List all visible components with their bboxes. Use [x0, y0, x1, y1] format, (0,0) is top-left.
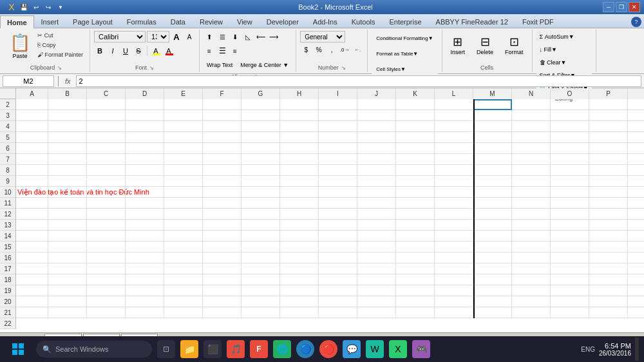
decrease-decimal-btn[interactable]: ←.: [352, 44, 363, 55]
strikethrough-btn[interactable]: S: [133, 45, 144, 57]
cell-H2[interactable]: [280, 99, 319, 110]
cell-P2[interactable]: [589, 99, 628, 110]
cell-A10[interactable]: Viện đào tạo kế toán và tin học Đức Minh: [16, 187, 48, 198]
clear-btn[interactable]: 🗑 Clear▼: [536, 57, 592, 68]
row-header-17[interactable]: 17: [0, 263, 15, 274]
row-header-20[interactable]: 20: [0, 296, 15, 307]
cell-A3[interactable]: [16, 110, 48, 121]
col-header-G[interactable]: G: [242, 88, 280, 99]
app-icon-4[interactable]: 🌐: [273, 340, 291, 358]
redo-quick-btn[interactable]: ↪: [43, 2, 53, 12]
font-dialog-btn[interactable]: ↘: [149, 65, 154, 71]
dollar-btn[interactable]: $: [300, 44, 312, 55]
align-left-btn[interactable]: ≡: [204, 45, 215, 57]
row-header-3[interactable]: 3: [0, 110, 15, 121]
tab-view[interactable]: View: [230, 15, 260, 28]
italic-btn[interactable]: I: [107, 45, 118, 57]
start-button[interactable]: [5, 338, 31, 361]
format-as-table-btn[interactable]: Format as Table▼: [372, 46, 437, 61]
row-header-12[interactable]: 12: [0, 209, 15, 220]
app-icon-1[interactable]: ⬛: [204, 340, 222, 358]
font-color-btn[interactable]: A: [163, 45, 175, 57]
increase-decimal-btn[interactable]: .0→: [339, 44, 350, 55]
col-header-A[interactable]: A: [16, 88, 48, 99]
close-btn[interactable]: ✕: [629, 2, 640, 12]
tab-foxit[interactable]: Foxit PDF: [515, 15, 561, 28]
col-header-D[interactable]: D: [126, 88, 164, 99]
indent-right-btn[interactable]: ⟶: [268, 31, 279, 43]
font-name-select[interactable]: Calibri: [94, 31, 146, 43]
col-header-P[interactable]: P: [589, 88, 628, 99]
comma-btn[interactable]: ,: [326, 44, 337, 55]
cell-K2[interactable]: [396, 99, 435, 110]
restore-btn[interactable]: ❐: [616, 2, 627, 12]
number-format-select[interactable]: General: [300, 31, 345, 43]
cell-F2[interactable]: [203, 99, 242, 110]
align-top-btn[interactable]: ⬆: [204, 31, 215, 43]
paste-btn[interactable]: 📋 Paste: [6, 31, 33, 61]
app-icon-2[interactable]: 🎵: [227, 340, 245, 358]
app-icon-3[interactable]: F: [250, 340, 268, 358]
tab-add-ins[interactable]: Add-Ins: [306, 15, 345, 28]
row-header-9[interactable]: 9: [0, 176, 15, 187]
format-btn[interactable]: ⊡ Format: [500, 31, 528, 59]
minimize-btn[interactable]: ─: [603, 2, 614, 12]
cell-N2[interactable]: [512, 99, 551, 110]
tab-formulas[interactable]: Formulas: [120, 15, 164, 28]
col-header-K[interactable]: K: [396, 88, 435, 99]
cut-btn[interactable]: ✂ Cut: [35, 31, 86, 40]
row-header-14[interactable]: 14: [0, 231, 15, 242]
fill-color-btn[interactable]: A: [150, 45, 162, 57]
cell-M2[interactable]: [473, 99, 512, 110]
copy-btn[interactable]: ⎘ Copy: [35, 41, 86, 50]
row-header-15[interactable]: 15: [0, 242, 15, 252]
align-bottom-btn[interactable]: ⬇: [229, 31, 241, 43]
app-icon-7[interactable]: 💬: [343, 340, 361, 358]
merge-center-btn[interactable]: Merge & Center ▼: [237, 59, 292, 71]
row-header-21[interactable]: 21: [0, 307, 15, 318]
col-header-C[interactable]: C: [87, 88, 126, 99]
app-icon-8[interactable]: W: [366, 340, 384, 358]
row-header-6[interactable]: 6: [0, 143, 15, 154]
col-header-N[interactable]: N: [512, 88, 551, 99]
corner-cell[interactable]: [0, 88, 16, 99]
increase-font-btn[interactable]: A: [171, 31, 182, 43]
app-icon-5[interactable]: 🔵: [296, 340, 314, 358]
row-header-8[interactable]: 8: [0, 165, 15, 176]
col-header-I[interactable]: I: [319, 88, 357, 99]
autosum-btn[interactable]: Σ AutoSum▼: [536, 31, 592, 43]
row-header-11[interactable]: 11: [0, 198, 15, 209]
underline-btn[interactable]: U: [120, 45, 131, 57]
tab-review[interactable]: Review: [193, 15, 230, 28]
tab-abbyy[interactable]: ABBYY FineReader 12: [429, 15, 515, 28]
cell-E2[interactable]: [164, 99, 203, 110]
cell-I2[interactable]: [319, 99, 357, 110]
align-middle-btn[interactable]: ☰: [216, 31, 228, 43]
help-btn[interactable]: ?: [631, 17, 641, 27]
number-dialog-btn[interactable]: ↘: [341, 65, 346, 71]
align-center-btn[interactable]: ☰: [216, 45, 228, 57]
app-icon-9[interactable]: X: [389, 340, 407, 358]
name-box[interactable]: M2: [3, 75, 54, 87]
tab-page-layout[interactable]: Page Layout: [66, 15, 120, 28]
wrap-text-btn[interactable]: Wrap Text: [204, 59, 236, 71]
bold-btn[interactable]: B: [94, 45, 106, 57]
text-orient-btn[interactable]: ◺: [242, 31, 254, 43]
row-header-13[interactable]: 13: [0, 220, 15, 231]
save-quick-btn[interactable]: 💾: [19, 2, 29, 12]
col-header-Q[interactable]: Q: [628, 88, 644, 99]
search-bar[interactable]: 🔍 Search Windows: [36, 341, 152, 357]
task-view-btn[interactable]: ⊡: [157, 340, 175, 358]
tab-insert[interactable]: Insert: [34, 15, 66, 28]
row-header-18[interactable]: 18: [0, 274, 15, 285]
col-header-H[interactable]: H: [280, 88, 319, 99]
row-header-22[interactable]: 22: [0, 318, 15, 329]
formula-input[interactable]: 2: [76, 75, 641, 87]
cell-styles-btn[interactable]: Cell Styles▼: [372, 62, 437, 76]
app-icon-10[interactable]: 🎮: [412, 340, 430, 358]
col-header-J[interactable]: J: [357, 88, 396, 99]
row-header-16[interactable]: 16: [0, 252, 15, 263]
tab-developer[interactable]: Developer: [260, 15, 306, 28]
tab-home[interactable]: Home: [0, 15, 34, 28]
cell-J2[interactable]: [357, 99, 396, 110]
